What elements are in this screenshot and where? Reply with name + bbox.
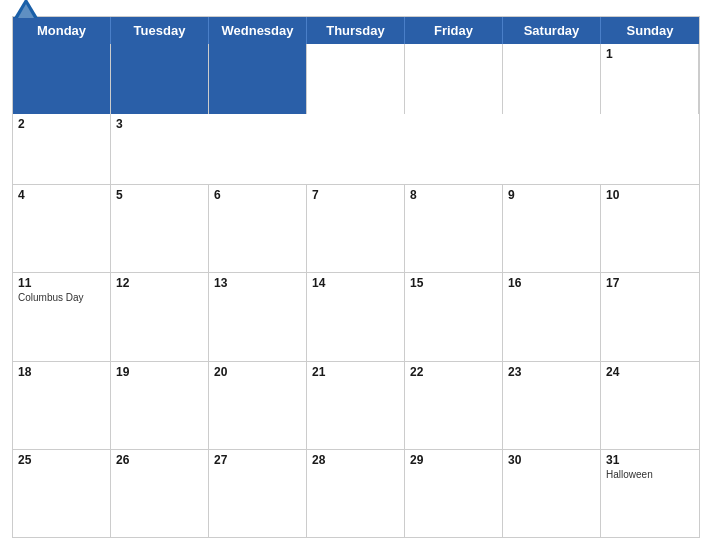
- day-cell: 11Columbus Day: [13, 273, 111, 360]
- day-number: 24: [606, 365, 694, 379]
- day-cell: [209, 44, 307, 114]
- day-cell: 12: [111, 273, 209, 360]
- day-header-tuesday: Tuesday: [111, 17, 209, 44]
- day-cell: 27: [209, 450, 307, 537]
- day-header-sunday: Sunday: [601, 17, 699, 44]
- day-cell: 15: [405, 273, 503, 360]
- day-cell: 21: [307, 362, 405, 449]
- day-number: 6: [214, 188, 301, 202]
- day-number: 20: [214, 365, 301, 379]
- day-number: 15: [410, 276, 497, 290]
- day-number: 11: [18, 276, 105, 290]
- day-cell: 18: [13, 362, 111, 449]
- calendar-body: 1234567891011Columbus Day121314151617181…: [13, 44, 699, 537]
- week-row-4: 18192021222324: [13, 361, 699, 449]
- day-number: 13: [214, 276, 301, 290]
- day-number: 17: [606, 276, 694, 290]
- day-cell: 10: [601, 185, 699, 272]
- event-label: Halloween: [606, 469, 694, 481]
- day-cell: 17: [601, 273, 699, 360]
- day-header-thursday: Thursday: [307, 17, 405, 44]
- day-cell: 22: [405, 362, 503, 449]
- day-cell: 13: [209, 273, 307, 360]
- logo-icon: [12, 0, 40, 24]
- day-cell: [13, 44, 111, 114]
- day-number: 2: [18, 117, 105, 131]
- day-number: 25: [18, 453, 105, 467]
- day-cell: [405, 44, 503, 114]
- day-number: 1: [606, 47, 693, 61]
- day-cell: 26: [111, 450, 209, 537]
- day-number: 7: [312, 188, 399, 202]
- day-cell: 14: [307, 273, 405, 360]
- day-cell: 6: [209, 185, 307, 272]
- day-cell: 30: [503, 450, 601, 537]
- day-number: 26: [116, 453, 203, 467]
- day-cell: 16: [503, 273, 601, 360]
- day-cell: 28: [307, 450, 405, 537]
- day-headers-row: MondayTuesdayWednesdayThursdayFridaySatu…: [13, 17, 699, 44]
- day-cell: 31Halloween: [601, 450, 699, 537]
- day-cell: [307, 44, 405, 114]
- day-cell: 4: [13, 185, 111, 272]
- day-number: 23: [508, 365, 595, 379]
- day-cell: 20: [209, 362, 307, 449]
- day-cell: 29: [405, 450, 503, 537]
- day-cell: 25: [13, 450, 111, 537]
- day-number: 31: [606, 453, 694, 467]
- week-row-3: 11Columbus Day121314151617: [13, 272, 699, 360]
- week-row-1: 123: [13, 44, 699, 184]
- day-number: 21: [312, 365, 399, 379]
- week-row-2: 45678910: [13, 184, 699, 272]
- day-number: 4: [18, 188, 105, 202]
- day-number: 5: [116, 188, 203, 202]
- day-number: 19: [116, 365, 203, 379]
- day-cell: 7: [307, 185, 405, 272]
- day-header-friday: Friday: [405, 17, 503, 44]
- day-cell: 3: [111, 114, 209, 184]
- day-number: 3: [116, 117, 204, 131]
- day-cell: 5: [111, 185, 209, 272]
- day-cell: 23: [503, 362, 601, 449]
- day-cell: [503, 44, 601, 114]
- day-number: 14: [312, 276, 399, 290]
- event-label: Columbus Day: [18, 292, 105, 304]
- day-header-saturday: Saturday: [503, 17, 601, 44]
- day-number: 18: [18, 365, 105, 379]
- day-number: 29: [410, 453, 497, 467]
- day-number: 10: [606, 188, 694, 202]
- day-cell: 1: [601, 44, 699, 114]
- day-cell: 9: [503, 185, 601, 272]
- day-cell: [111, 44, 209, 114]
- day-header-wednesday: Wednesday: [209, 17, 307, 44]
- calendar: MondayTuesdayWednesdayThursdayFridaySatu…: [12, 16, 700, 538]
- day-number: 27: [214, 453, 301, 467]
- day-number: 9: [508, 188, 595, 202]
- day-number: 22: [410, 365, 497, 379]
- day-number: 8: [410, 188, 497, 202]
- day-number: 12: [116, 276, 203, 290]
- day-number: 28: [312, 453, 399, 467]
- day-number: 16: [508, 276, 595, 290]
- logo: [12, 0, 44, 24]
- day-cell: 2: [13, 114, 111, 184]
- day-cell: 19: [111, 362, 209, 449]
- day-number: 30: [508, 453, 595, 467]
- day-cell: 8: [405, 185, 503, 272]
- week-row-5: 25262728293031Halloween: [13, 449, 699, 537]
- day-cell: 24: [601, 362, 699, 449]
